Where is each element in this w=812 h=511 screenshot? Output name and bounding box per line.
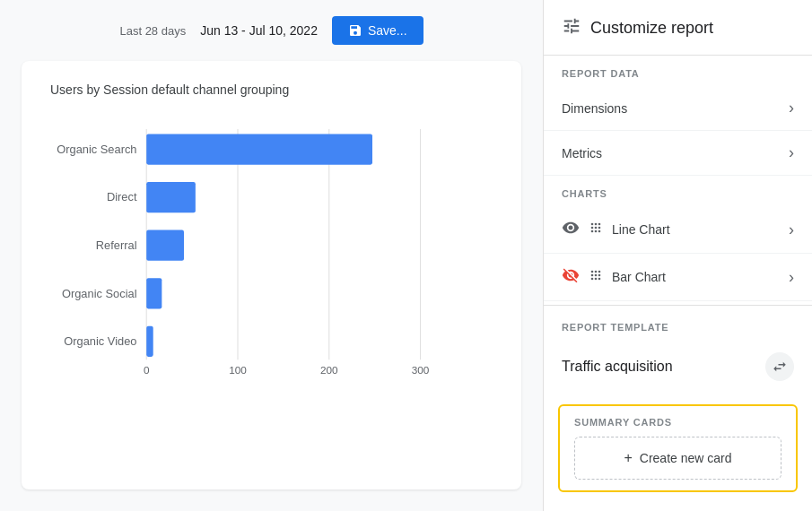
svg-point-27	[591, 271, 594, 273]
bar-chart-label: Bar Chart	[612, 270, 666, 284]
svg-point-23	[598, 227, 601, 230]
bar-chart-visibility-icon	[562, 266, 580, 288]
svg-point-29	[598, 271, 601, 273]
metrics-item[interactable]: Metrics ›	[544, 131, 812, 176]
save-icon	[348, 23, 362, 38]
line-chart-item[interactable]: Line Chart ›	[544, 206, 812, 254]
top-bar: Last 28 days Jun 13 - Jul 10, 2022 Save.…	[0, 0, 543, 61]
svg-point-25	[595, 230, 598, 233]
report-data-section: REPORT DATA Dimensions › Metrics ›	[544, 56, 812, 176]
dimensions-label: Dimensions	[562, 101, 627, 116]
svg-point-34	[595, 278, 598, 281]
svg-point-21	[591, 227, 594, 230]
report-data-label: REPORT DATA	[544, 56, 812, 86]
metrics-label: Metrics	[562, 146, 602, 160]
svg-text:Referral: Referral	[96, 238, 137, 252]
svg-text:Direct: Direct	[107, 190, 137, 204]
svg-point-24	[591, 230, 594, 233]
chart-title: Users by Session default channel groupin…	[50, 82, 493, 97]
svg-point-20	[598, 223, 601, 226]
svg-text:Organic Video: Organic Video	[64, 334, 136, 348]
svg-point-30	[591, 274, 594, 277]
save-button[interactable]: Save...	[332, 16, 423, 45]
date-label: Last 28 days	[119, 24, 186, 38]
customize-icon	[562, 16, 581, 40]
summary-cards-section: SUMMARY CARDS + Create new card	[558, 404, 798, 492]
bar-chart-chevron-icon: ›	[789, 268, 794, 287]
charts-section: CHARTS Line Chart ›	[544, 176, 812, 305]
svg-point-35	[598, 278, 601, 281]
svg-rect-9	[146, 134, 372, 164]
svg-text:Organic Social: Organic Social	[62, 287, 137, 300]
traffic-acquisition-label: Traffic acquisition	[562, 359, 673, 375]
chart-container: Users by Session default channel groupin…	[22, 61, 521, 489]
svg-point-31	[595, 274, 598, 277]
dimensions-item[interactable]: Dimensions ›	[544, 86, 812, 131]
svg-point-26	[598, 230, 601, 233]
svg-point-18	[591, 223, 594, 226]
metrics-chevron-icon: ›	[789, 143, 794, 162]
svg-text:300: 300	[412, 364, 430, 376]
svg-point-28	[595, 271, 598, 273]
bar-chart-item[interactable]: Bar Chart ›	[544, 254, 812, 301]
svg-text:200: 200	[320, 364, 338, 376]
grid-dots-line-icon	[589, 221, 603, 238]
svg-point-22	[595, 227, 598, 230]
svg-point-32	[598, 274, 601, 277]
plus-icon: +	[624, 450, 632, 466]
traffic-acquisition-row: Traffic acquisition	[544, 340, 812, 394]
report-template-section: REPORT TEMPLATE Traffic acquisition	[544, 305, 812, 394]
main-area: Last 28 days Jun 13 - Jul 10, 2022 Save.…	[0, 0, 543, 511]
svg-point-19	[595, 223, 598, 226]
save-label: Save...	[368, 23, 407, 38]
grid-dots-bar-icon	[589, 268, 603, 286]
svg-text:100: 100	[229, 364, 247, 376]
bar-chart: Organic Search Direct Referral Organic S…	[50, 115, 493, 384]
date-range: Jun 13 - Jul 10, 2022	[200, 23, 318, 38]
svg-rect-11	[146, 230, 184, 261]
summary-cards-label: SUMMARY CARDS	[574, 417, 781, 428]
panel-title: Customize report	[590, 19, 713, 38]
create-new-card-label: Create new card	[640, 451, 732, 465]
line-chart-label: Line Chart	[612, 222, 670, 237]
svg-rect-13	[146, 326, 153, 357]
svg-text:Organic Search: Organic Search	[57, 143, 136, 156]
right-panel: Customize report REPORT DATA Dimensions …	[543, 0, 812, 511]
dimensions-chevron-icon: ›	[789, 99, 794, 117]
panel-header: Customize report	[544, 0, 812, 56]
line-chart-chevron-icon: ›	[789, 221, 794, 239]
svg-rect-10	[146, 182, 196, 212]
charts-label: CHARTS	[544, 176, 812, 206]
swap-icon[interactable]	[765, 352, 794, 381]
svg-text:0: 0	[144, 364, 150, 376]
line-chart-visibility-icon	[562, 219, 580, 240]
svg-point-33	[591, 278, 594, 281]
svg-rect-12	[146, 278, 162, 308]
create-new-card-button[interactable]: + Create new card	[574, 437, 781, 480]
report-template-label: REPORT TEMPLATE	[544, 309, 812, 340]
